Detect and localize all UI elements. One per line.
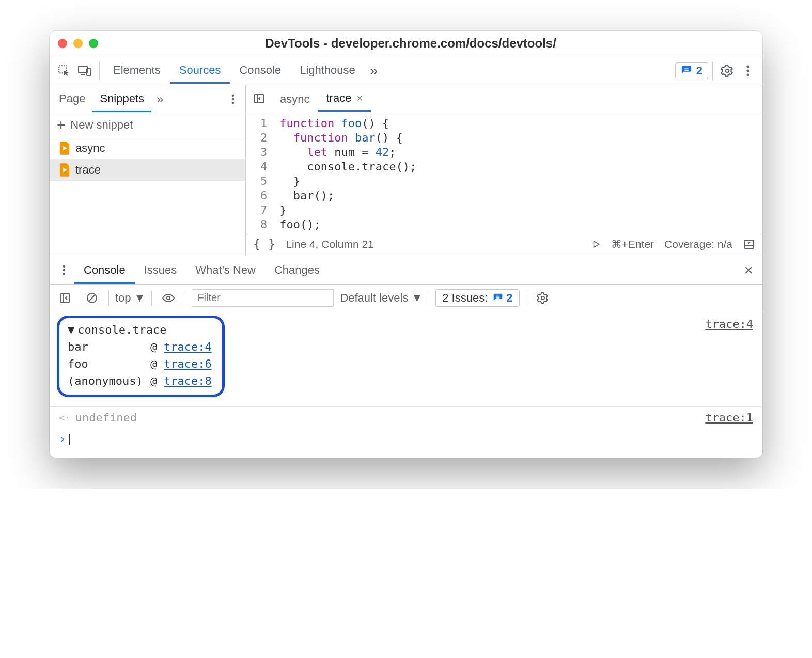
return-arrow-icon: <· (59, 412, 70, 423)
panel-tab-lighthouse[interactable]: Lighthouse (290, 57, 365, 84)
panel-tab-sources[interactable]: Sources (170, 57, 230, 84)
frame-function: foo (68, 357, 150, 370)
clear-console-icon[interactable] (82, 288, 102, 308)
titlebar: DevTools - developer.chrome.com/docs/dev… (50, 31, 762, 56)
plus-icon: + (57, 120, 65, 130)
svg-point-8 (747, 69, 749, 72)
code-editor[interactable]: 12345678 function foo() { function bar()… (246, 112, 762, 232)
editor-tab-label: trace (326, 91, 351, 105)
issues-badge[interactable]: 2 (675, 62, 708, 79)
drawer-menu-icon[interactable] (54, 260, 74, 280)
editor-tab-trace[interactable]: trace× (318, 85, 371, 112)
run-shortcut: ⌘+Enter (611, 238, 654, 250)
svg-rect-5 (684, 70, 688, 71)
editor-tabs: asynctrace× (246, 85, 762, 112)
svg-point-11 (232, 98, 235, 100)
nav-tab-page[interactable]: Page (52, 86, 92, 112)
navigator-tabs: PageSnippets » (50, 85, 245, 113)
frame-function: (anonymous) (68, 374, 150, 387)
run-snippet-icon[interactable] (591, 240, 601, 249)
panel-tabs: ElementsSourcesConsoleLighthouse (104, 57, 365, 84)
source-link[interactable]: trace:1 (705, 411, 753, 424)
stack-frame: (anonymous)@trace:8 (68, 374, 212, 387)
live-expression-icon[interactable] (158, 288, 179, 308)
zoom-window-button[interactable] (89, 39, 98, 48)
snippet-file-label: trace (75, 163, 101, 177)
svg-rect-4 (684, 68, 688, 69)
window-controls (58, 39, 98, 48)
close-drawer-icon[interactable]: × (739, 261, 758, 279)
editor-statusbar: { } Line 4, Column 21 ⌘+Enter Coverage: … (246, 232, 762, 256)
coverage-status: Coverage: n/a (664, 238, 732, 250)
snippet-file-icon (59, 163, 70, 177)
stack-frame: bar@trace:4 (68, 340, 212, 353)
log-levels-selector[interactable]: Default levels ▼ (340, 291, 423, 305)
panel-tab-elements[interactable]: Elements (104, 57, 170, 84)
console-settings-gear-icon[interactable] (533, 288, 553, 308)
dropdown-icon: ▼ (411, 291, 423, 305)
devtools-window: DevTools - developer.chrome.com/docs/dev… (50, 31, 762, 458)
svg-point-18 (63, 269, 66, 272)
snippet-file-async[interactable]: async (50, 137, 245, 159)
svg-rect-25 (496, 295, 500, 296)
issue-icon (681, 65, 692, 76)
new-snippet-label: New snippet (70, 118, 133, 132)
svg-rect-1 (79, 66, 87, 73)
minimize-window-button[interactable] (73, 39, 83, 48)
new-snippet-button[interactable]: + New snippet (50, 113, 245, 137)
svg-rect-15 (744, 240, 754, 248)
undefined-value: undefined (75, 411, 137, 424)
at-symbol: @ (150, 357, 164, 370)
console-prompt[interactable]: › (50, 428, 762, 458)
frame-location-link[interactable]: trace:4 (164, 340, 212, 353)
trace-label: console.trace (77, 323, 166, 336)
drawer-tab-changes[interactable]: Changes (265, 257, 329, 284)
toggle-navigator-icon[interactable] (249, 88, 270, 109)
source-link[interactable]: trace:4 (705, 318, 753, 331)
return-value-row: <· undefined trace:1 (50, 406, 762, 428)
disclosure-triangle-icon[interactable]: ▼ (68, 323, 74, 336)
editor-tab-async[interactable]: async (272, 85, 318, 112)
device-toggle-icon[interactable] (74, 60, 95, 81)
nav-tab-snippets[interactable]: Snippets (92, 86, 151, 112)
kebab-menu-icon[interactable] (738, 60, 758, 81)
code-content: function foo() { function bar() { let nu… (274, 112, 416, 232)
settings-gear-icon[interactable] (717, 60, 738, 81)
pretty-print-icon[interactable]: { } (253, 237, 275, 252)
close-window-button[interactable] (58, 39, 67, 48)
toggle-drawer-icon[interactable] (743, 238, 755, 250)
svg-point-27 (541, 296, 544, 300)
svg-point-7 (747, 65, 749, 68)
navigator-menu-icon[interactable] (223, 89, 243, 109)
filter-input[interactable] (192, 289, 334, 307)
context-label: top (115, 291, 131, 305)
toggle-sidebar-icon[interactable] (55, 288, 75, 308)
editor-pane: asynctrace× 12345678 function foo() { fu… (246, 85, 762, 256)
drawer-tab-console[interactable]: Console (74, 257, 135, 284)
more-nav-tabs-icon[interactable]: » (151, 92, 168, 106)
panel-tab-console[interactable]: Console (230, 57, 290, 84)
navigator-sidebar: PageSnippets » + New snippet asynctrace (50, 85, 246, 256)
svg-rect-26 (496, 297, 500, 299)
svg-point-10 (232, 94, 235, 97)
frame-location-link[interactable]: trace:6 (164, 357, 212, 370)
inspect-icon[interactable] (54, 60, 74, 81)
drawer-tab-issues[interactable]: Issues (135, 257, 186, 284)
stack-frame: foo@trace:6 (68, 357, 212, 370)
snippet-file-trace[interactable]: trace (50, 159, 245, 181)
context-selector[interactable]: top ▼ (115, 291, 145, 305)
close-tab-icon[interactable]: × (356, 92, 363, 104)
svg-point-24 (167, 296, 170, 300)
prompt-chevron-icon: › (59, 432, 66, 445)
cursor-position: Line 4, Column 21 (286, 238, 373, 250)
svg-point-17 (63, 265, 66, 268)
frame-function: bar (68, 340, 150, 353)
main-toolbar: ElementsSourcesConsoleLighthouse » 2 (50, 56, 762, 85)
console-output: trace:4 ▼console.trace bar@trace:4foo@tr… (50, 311, 762, 458)
issues-label: 2 Issues: (442, 291, 488, 305)
frame-location-link[interactable]: trace:8 (164, 374, 212, 387)
more-tabs-chevron-icon[interactable]: » (365, 62, 383, 79)
drawer-tab-what-s-new[interactable]: What's New (186, 257, 265, 284)
levels-label: Default levels (340, 291, 408, 305)
issues-link[interactable]: 2 Issues: 2 (435, 289, 519, 307)
